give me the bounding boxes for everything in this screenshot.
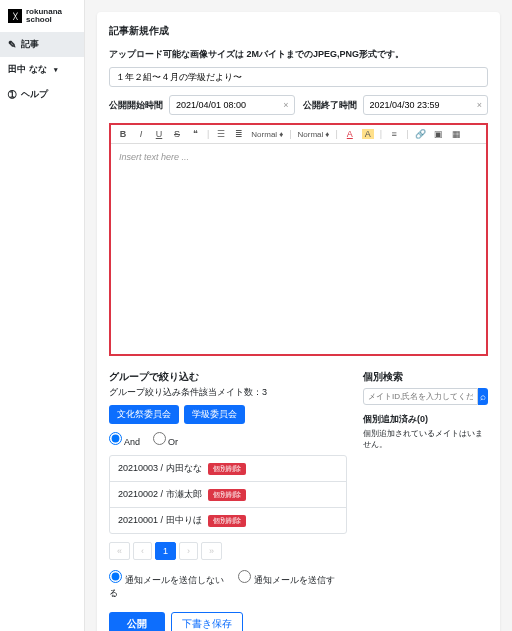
- delete-badge[interactable]: 個別削除: [208, 489, 246, 501]
- end-datetime-input[interactable]: [363, 95, 489, 115]
- upload-hint: アップロード可能な画像サイズは 2MバイトまでのJPEG,PNG形式です。: [109, 48, 488, 61]
- quote-icon[interactable]: ❝: [189, 129, 201, 139]
- table-row: 20210002 / 市瀬太郎 個別削除: [110, 482, 346, 508]
- nav-articles-label: 記事: [21, 38, 39, 51]
- font-style-select[interactable]: Normal♦: [298, 130, 330, 139]
- block-style-select[interactable]: Normal♦: [251, 130, 283, 139]
- page-first[interactable]: «: [109, 542, 130, 560]
- underline-icon[interactable]: U: [153, 129, 165, 139]
- clear-start-icon[interactable]: ×: [283, 100, 288, 110]
- clear-end-icon[interactable]: ×: [477, 100, 482, 110]
- end-label: 公開終了時間: [303, 99, 357, 112]
- editor-body[interactable]: Insert text here ...: [111, 144, 486, 354]
- align-icon[interactable]: ≡: [388, 129, 400, 139]
- added-title: 個別追加済み(0): [363, 413, 488, 426]
- nav-user[interactable]: 田中 なな: [0, 57, 84, 82]
- page-last[interactable]: »: [201, 542, 222, 560]
- search-title: 個別検索: [363, 370, 488, 384]
- italic-icon[interactable]: I: [135, 129, 147, 139]
- start-datetime-input[interactable]: [169, 95, 295, 115]
- strike-icon[interactable]: S: [171, 129, 183, 139]
- notify-off-radio[interactable]: 通知メールを送信しない: [109, 575, 224, 585]
- brand-logo: ᚷ rokunana school: [0, 0, 84, 32]
- list-ul-icon[interactable]: ☰: [215, 129, 227, 139]
- rich-editor: B I U S ❝ | ☰ ≣ Normal♦ | Normal♦ | A A …: [109, 123, 488, 356]
- nav-articles[interactable]: ✎ 記事: [0, 32, 84, 57]
- delete-badge[interactable]: 個別削除: [208, 515, 246, 527]
- group-filter-title: グループで絞り込む: [109, 370, 347, 384]
- draft-button[interactable]: 下書き保存: [171, 612, 243, 631]
- bold-icon[interactable]: B: [117, 129, 129, 139]
- logic-and-radio[interactable]: And: [109, 437, 140, 447]
- logo-mark: ᚷ: [8, 9, 22, 23]
- search-input[interactable]: [363, 388, 478, 405]
- mate-cell: 20210003 / 内田なな: [118, 462, 202, 475]
- delete-badge[interactable]: 個別削除: [208, 463, 246, 475]
- font-color-icon[interactable]: A: [344, 129, 356, 139]
- page-current[interactable]: 1: [155, 542, 176, 560]
- nav-help-label: ヘルプ: [21, 88, 48, 101]
- pagination: « ‹ 1 › »: [109, 542, 347, 560]
- pencil-icon: ✎: [8, 39, 16, 50]
- link-icon[interactable]: 🔗: [414, 129, 426, 139]
- nav-help[interactable]: ➀ ヘルプ: [0, 82, 84, 107]
- logo-text: rokunana school: [26, 8, 62, 24]
- article-title-input[interactable]: [109, 67, 488, 87]
- added-empty: 個別追加されているメイトはいません。: [363, 428, 488, 450]
- mate-cell: 20210001 / 田中りほ: [118, 514, 202, 527]
- list-ol-icon[interactable]: ≣: [233, 129, 245, 139]
- table-row: 20210001 / 田中りほ 個別削除: [110, 508, 346, 533]
- search-icon: ⌕: [480, 391, 486, 402]
- mate-cell: 20210002 / 市瀬太郎: [118, 488, 202, 501]
- nav-user-label: 田中 なな: [8, 63, 47, 76]
- start-label: 公開開始時間: [109, 99, 163, 112]
- sidebar: ᚷ rokunana school ✎ 記事 田中 なな ➀ ヘルプ: [0, 0, 85, 631]
- bg-color-icon[interactable]: A: [362, 129, 374, 139]
- help-icon: ➀: [8, 89, 16, 100]
- table-row: 20210003 / 内田なな 個別削除: [110, 456, 346, 482]
- page-next[interactable]: ›: [179, 542, 198, 560]
- publish-button[interactable]: 公開: [109, 612, 165, 631]
- table-icon[interactable]: ▦: [450, 129, 462, 139]
- search-button[interactable]: ⌕: [478, 388, 488, 405]
- page-prev[interactable]: ‹: [133, 542, 152, 560]
- group-filter-sub: グループ絞り込み条件該当メイト数：3: [109, 386, 347, 399]
- card: 記事新規作成 アップロード可能な画像サイズは 2MバイトまでのJPEG,PNG形…: [97, 12, 500, 631]
- main: 記事新規作成 アップロード可能な画像サイズは 2MバイトまでのJPEG,PNG形…: [85, 0, 512, 631]
- page-title: 記事新規作成: [109, 24, 488, 38]
- editor-toolbar: B I U S ❝ | ☰ ≣ Normal♦ | Normal♦ | A A …: [111, 125, 486, 144]
- mates-table: 20210003 / 内田なな 個別削除 20210002 / 市瀬太郎 個別削…: [109, 455, 347, 534]
- image-icon[interactable]: ▣: [432, 129, 444, 139]
- logic-or-radio[interactable]: Or: [153, 437, 179, 447]
- group-tag[interactable]: 文化祭委員会: [109, 405, 179, 424]
- group-tag[interactable]: 学級委員会: [184, 405, 245, 424]
